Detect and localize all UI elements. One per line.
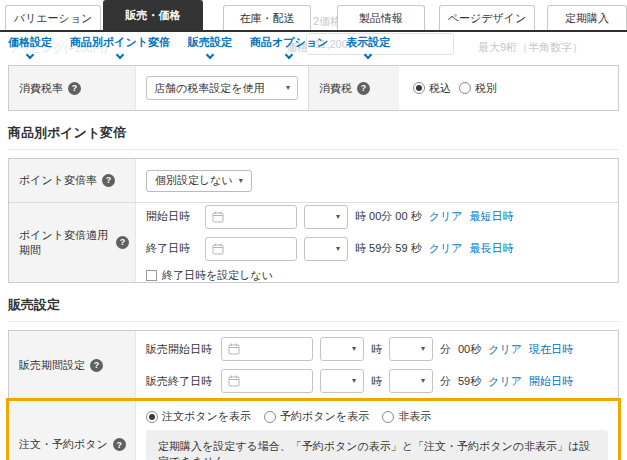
point-settings-table: ポイント変倍率 ? 個別設定しない ▾ ポイント変倍適用期間 ? 開始日時 xyxy=(8,158,619,283)
subnav-product-options[interactable]: 商品オプション xyxy=(250,37,328,58)
chevron-down-icon xyxy=(116,51,124,59)
sales-start-minute-select[interactable]: ▾ xyxy=(389,337,433,361)
order-button-cell: 注文ボタンを表示 予約ボタンを表示 非表示 定期購入を設定する場合、「予約ボタン… xyxy=(136,401,618,460)
tax-included-radio[interactable]: 税込 xyxy=(413,81,451,96)
tab-variation[interactable]: バリエーション xyxy=(5,5,101,30)
tax-rate-select-value: 店舗の税率設定を使用 xyxy=(154,81,265,96)
calendar-icon xyxy=(228,375,240,387)
chevron-down-icon xyxy=(285,51,293,59)
subnav-sales-settings[interactable]: 販売設定 xyxy=(188,37,232,58)
subnav-display-settings[interactable]: 表示設定 xyxy=(346,37,390,58)
sales-start-minute-suffix: 分 xyxy=(440,342,451,357)
caret-down-icon: ▾ xyxy=(352,345,356,353)
hide-button-radio[interactable]: 非表示 xyxy=(382,409,431,424)
point-start-hour-select[interactable]: ▾ xyxy=(304,205,348,229)
help-icon[interactable]: ? xyxy=(357,82,370,95)
sales-end-label: 販売終了日時 xyxy=(146,374,214,389)
point-end-date-input[interactable] xyxy=(205,237,297,261)
caret-down-icon: ▾ xyxy=(421,377,425,385)
tab-subscription[interactable]: 定期購入 xyxy=(547,5,627,30)
help-icon[interactable]: ? xyxy=(113,438,126,451)
sales-start-datetime-row: 販売開始日時 ▾ 時 ▾ 分 00秒 クリア xyxy=(146,337,573,361)
help-icon[interactable]: ? xyxy=(68,82,81,95)
sales-period-cell: 販売開始日時 ▾ 時 ▾ 分 00秒 クリア xyxy=(136,331,618,399)
tax-rate-select[interactable]: 店舗の税率設定を使用 ▾ xyxy=(146,76,298,100)
point-rate-cell: 個別設定しない ▾ xyxy=(136,159,618,202)
tab-stock-shipping[interactable]: 在庫・配送 xyxy=(223,5,311,30)
tax-excluded-label: 税別 xyxy=(475,81,497,96)
caret-down-icon: ▾ xyxy=(421,345,425,353)
table-row: ポイント変倍適用期間 ? 開始日時 ▾ 時 00分 00 秒 クリア 最短日時 xyxy=(9,202,618,282)
sales-end-seconds: 59秒 xyxy=(458,374,481,389)
tab-product-info[interactable]: 製品情報 xyxy=(337,5,425,30)
subnav-point-multiplier-label: 商品別ポイント変倍 xyxy=(70,37,170,48)
subnav-point-multiplier[interactable]: 商品別ポイント変倍 xyxy=(70,37,170,58)
help-icon[interactable]: ? xyxy=(90,359,103,372)
point-start-time-suffix: 時 00分 00 秒 xyxy=(355,209,422,224)
sales-end-hour-suffix: 時 xyxy=(371,374,382,389)
point-rate-label-cell: ポイント変倍率 ? xyxy=(9,159,136,202)
chevron-down-icon xyxy=(26,51,34,59)
help-icon[interactable]: ? xyxy=(102,174,115,187)
chevron-down-icon xyxy=(364,51,372,59)
sales-start-date-input[interactable] xyxy=(221,337,313,361)
sales-end-startdate-link[interactable]: 開始日時 xyxy=(529,374,573,389)
table-row: 販売期間設定 ? 販売開始日時 ▾ 時 ▾ xyxy=(9,331,618,399)
sales-start-clear-link[interactable]: クリア xyxy=(488,342,522,357)
radio-selected-icon xyxy=(413,82,425,94)
subnav-price-settings[interactable]: 価格設定 xyxy=(8,37,52,58)
calendar-icon xyxy=(212,243,224,255)
point-end-hour-select[interactable]: ▾ xyxy=(304,237,348,261)
tax-settings-table: 消費税率 ? 店舗の税率設定を使用 ▾ 消費税 ? 税込 xyxy=(8,65,619,111)
point-end-clear-link[interactable]: クリア xyxy=(429,241,463,256)
tax-rate-label: 消費税率 xyxy=(19,81,63,96)
order-button-options: 注文ボタンを表示 予約ボタンを表示 非表示 xyxy=(146,409,445,425)
tax-rate-label-cell: 消費税率 ? xyxy=(9,66,136,110)
tab-bar: バリエーション 販売・価格 在庫・配送 製品情報 ページデザイン 定期購入 xyxy=(0,0,627,32)
show-order-button-label: 注文ボタンを表示 xyxy=(162,409,251,424)
subnav-display-settings-label: 表示設定 xyxy=(346,37,390,48)
subnav-price-settings-label: 価格設定 xyxy=(8,37,52,48)
show-order-button-radio[interactable]: 注文ボタンを表示 xyxy=(146,409,251,424)
sales-start-hour-suffix: 時 xyxy=(371,342,382,357)
tax-label: 消費税 xyxy=(319,81,352,96)
sales-start-hour-select[interactable]: ▾ xyxy=(320,337,364,361)
tax-option-cell: 税込 税別 xyxy=(399,66,618,110)
tax-included-label: 税込 xyxy=(429,81,451,96)
sales-start-now-link[interactable]: 現在日時 xyxy=(529,342,573,357)
sub-navigation: 価格設定 商品別ポイント変倍 販売設定 商品オプション 表示設定 xyxy=(0,32,627,58)
radio-icon xyxy=(459,82,471,94)
sales-end-hour-select[interactable]: ▾ xyxy=(320,369,364,393)
point-rate-dropdown-value: 個別設定しない xyxy=(155,173,233,188)
hide-button-label: 非表示 xyxy=(398,409,431,424)
point-start-clear-link[interactable]: クリア xyxy=(429,209,463,224)
sales-end-clear-link[interactable]: クリア xyxy=(488,374,522,389)
caret-down-icon: ▾ xyxy=(336,245,340,253)
tax-excluded-radio[interactable]: 税別 xyxy=(459,81,497,96)
tab-page-design[interactable]: ページデザイン xyxy=(439,5,535,30)
subscription-restriction-note: 定期購入を設定する場合、「予約ボタンの表示」と「注文・予約ボタンの非表示」は設定… xyxy=(146,430,608,460)
order-button-row-highlighted: 注文・予約ボタン ? 注文ボタンを表示 予約ボタンを表示 非表示 xyxy=(6,398,621,460)
table-row: 消費税率 ? 店舗の税率設定を使用 ▾ 消費税 ? 税込 xyxy=(9,66,618,110)
chevron-down-icon xyxy=(206,51,214,59)
sales-end-minute-select[interactable]: ▾ xyxy=(389,369,433,393)
point-end-time-suffix: 時 59分 59 秒 xyxy=(355,241,422,256)
table-row: ポイント変倍率 ? 個別設定しない ▾ xyxy=(9,159,618,202)
show-reserve-button-label: 予約ボタンを表示 xyxy=(280,409,369,424)
point-start-date-input[interactable] xyxy=(205,205,297,229)
sales-settings-table: 販売期間設定 ? 販売開始日時 ▾ 時 ▾ xyxy=(8,330,619,460)
point-section-heading: 商品別ポイント変倍 xyxy=(8,124,619,150)
point-period-label-cell: ポイント変倍適用期間 ? xyxy=(9,203,136,282)
no-end-date-checkbox[interactable]: 終了日時を設定しない xyxy=(146,268,273,283)
sales-end-datetime-row: 販売終了日時 ▾ 時 ▾ 分 59秒 クリア xyxy=(146,369,573,393)
caret-down-icon: ▾ xyxy=(352,377,356,385)
caret-down-icon: ▾ xyxy=(286,84,290,92)
point-rate-dropdown-button[interactable]: 個別設定しない ▾ xyxy=(146,170,252,192)
tab-sales-price[interactable]: 販売・価格 xyxy=(103,0,203,30)
point-start-min-link[interactable]: 最短日時 xyxy=(469,209,513,224)
point-end-max-link[interactable]: 最長日時 xyxy=(469,241,513,256)
radio-icon xyxy=(264,411,276,423)
help-icon[interactable]: ? xyxy=(116,236,129,249)
show-reserve-button-radio[interactable]: 予約ボタンを表示 xyxy=(264,409,369,424)
sales-end-date-input[interactable] xyxy=(221,369,313,393)
